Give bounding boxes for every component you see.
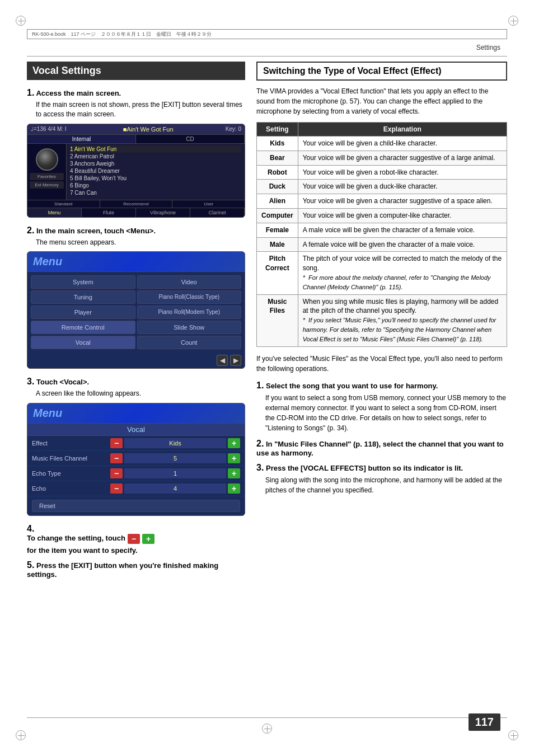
- step-3-body: A screen like the following appears.: [27, 389, 245, 398]
- screen-tab-clarinet[interactable]: Clarinet: [190, 208, 245, 217]
- vocal-plus-effect[interactable]: +: [228, 438, 240, 448]
- corner-mark-br: [508, 730, 518, 740]
- screen-tab-internal[interactable]: Internal: [27, 135, 136, 143]
- song-item-2: 2 American Patrol: [70, 153, 241, 160]
- menu-btn-piano-classic[interactable]: Piano Roll(Classic Type): [137, 290, 242, 304]
- effect-table: Setting Explanation Kids Your voice will…: [256, 122, 507, 347]
- right-step-2-heading: 2. In "Music Files Channel" (p. 118), se…: [256, 439, 507, 457]
- explanation-music-files: When you sing while music files is playi…: [298, 294, 507, 346]
- vocal-reset-button[interactable]: Reset: [32, 500, 240, 512]
- vocal-label-music-files: Music Files Channel: [32, 455, 110, 462]
- screen-tab-flute[interactable]: Flute: [82, 208, 136, 217]
- screen-content-1: Favorites Ext Memory 1 Ain't We Got Fun …: [27, 144, 245, 200]
- menu-nav-right[interactable]: ▶: [230, 355, 241, 366]
- step-3: 3. Touch <Vocal>. A screen like the foll…: [27, 377, 245, 516]
- step-1-heading-text: Access the main screen.: [36, 89, 121, 97]
- pitch-correct-note: * For more about the melody channel, ref…: [303, 274, 491, 290]
- menu-btn-piano-modern[interactable]: Piano Roll(Modern Type): [137, 306, 242, 319]
- vocal-minus-effect[interactable]: −: [110, 438, 123, 448]
- top-rule: [27, 56, 507, 57]
- menu-btn-player[interactable]: Player: [31, 306, 135, 319]
- explanation-pitch-correct: The pitch of your voice will be correcte…: [298, 252, 507, 294]
- screen-bpm: ♩=136 4/4 M: I: [31, 126, 67, 132]
- explanation-kids: Your voice will be given a child-like ch…: [298, 137, 507, 151]
- song-item-3: 3 Anchors Aweigh: [70, 160, 241, 167]
- step-2-heading-text: In the main screen, touch <Menu>.: [36, 227, 156, 235]
- step-4-heading: 4. To change the setting, touch − + for …: [27, 524, 245, 555]
- corner-mark-tl: [16, 16, 26, 26]
- vocal-minus-echo-type[interactable]: −: [110, 468, 123, 478]
- screen-instrument-bar: Menu Flute Vibraphone Clarinet: [27, 208, 245, 217]
- setting-alien: Alien: [257, 194, 298, 209]
- step-2-body: The menu screen appears.: [27, 238, 245, 247]
- vocal-plus-music[interactable]: +: [228, 453, 240, 463]
- explanation-robot: Your voice will be given a robot-like ch…: [298, 165, 507, 180]
- screen-song-list: 1 Ain't We Got Fun 2 American Patrol 3 A…: [67, 144, 245, 200]
- step-3-num: 3.: [27, 377, 34, 386]
- page-number: 117: [469, 713, 500, 731]
- step-4-num: 4.: [27, 524, 34, 533]
- step-2-heading: 2. In the main screen, touch <Menu>.: [27, 226, 245, 236]
- vocal-plus-echo-type[interactable]: +: [228, 468, 240, 478]
- right-step-2-text: In "Music Files Channel" (p. 118), selec…: [256, 440, 504, 457]
- screen-tab-cd[interactable]: CD: [136, 135, 245, 143]
- step-1-num: 1.: [27, 88, 34, 97]
- vocal-value-effect: Kids: [124, 438, 226, 448]
- step-2-num: 2.: [27, 226, 34, 235]
- vocal-plus-echo[interactable]: +: [228, 483, 240, 494]
- screen-tab-menu[interactable]: Menu: [27, 208, 82, 217]
- setting-computer: Computer: [257, 208, 298, 223]
- right-step-1-body: If you want to select a song from USB me…: [256, 393, 507, 433]
- screen-mockup-1: ♩=136 4/4 M: I ■Ain't We Got Fun Key: 0 …: [27, 124, 245, 218]
- content-area: Vocal Settings 1. Access the main screen…: [27, 62, 507, 711]
- explanation-bear: Your voice will be given a character sug…: [298, 151, 507, 165]
- menu-btn-tuning[interactable]: Tuning: [31, 290, 135, 304]
- vocal-value-music: 5: [124, 453, 226, 463]
- vocal-minus-echo[interactable]: −: [110, 483, 123, 494]
- explanation-male: A female voice will be given the charact…: [298, 237, 507, 252]
- vocal-row-echo-type: Echo Type − 1 +: [27, 466, 245, 481]
- menu-nav: ◀ ▶: [27, 353, 245, 368]
- step-4-text-after: for the item you want to specify.: [27, 546, 138, 555]
- explanation-duck: Your voice will be given a duck-like cha…: [298, 180, 507, 194]
- header-bar: RK-500-e.book 117 ページ ２００６年８月１１日 金曜日 午後４…: [27, 29, 507, 39]
- vocal-minus-music[interactable]: −: [110, 453, 123, 463]
- step-5: 5. Press the [EXIT] button when you're f…: [27, 560, 245, 579]
- screen-tabs-1: Internal CD: [27, 135, 245, 144]
- table-row-kids: Kids Your voice will be given a child-li…: [257, 137, 507, 151]
- menu-btn-slideshow[interactable]: Slide Show: [137, 321, 242, 334]
- right-step-3-body: Sing along with the song into the microp…: [256, 475, 507, 495]
- screen-top-bar-1: ♩=136 4/4 M: I ■Ain't We Got Fun Key: 0: [27, 124, 245, 135]
- right-step-2: 2. In "Music Files Channel" (p. 118), se…: [256, 439, 507, 457]
- minus-icon[interactable]: −: [128, 534, 140, 544]
- song-item-1: 1 Ain't We Got Fun: [70, 145, 241, 153]
- menu-btn-remote[interactable]: Remote Control: [31, 321, 135, 334]
- vocal-reset-bar: Reset: [27, 496, 245, 515]
- setting-female: Female: [257, 223, 298, 237]
- vocal-label-echo: Echo: [32, 485, 110, 492]
- right-step-1-text: Select the song that you want to use for…: [266, 382, 438, 390]
- vocal-screen-mockup: Menu Vocal Effect − Kids + Music Files C…: [27, 403, 245, 516]
- table-row-pitch-correct: PitchCorrect The pitch of your voice wil…: [257, 252, 507, 294]
- menu-btn-count[interactable]: Count: [137, 336, 242, 349]
- step-2: 2. In the main screen, touch <Menu>. The…: [27, 226, 245, 369]
- menu-nav-left[interactable]: ◀: [217, 355, 228, 366]
- left-section-title: Vocal Settings: [27, 62, 245, 80]
- setting-duck: Duck: [257, 180, 298, 194]
- bottom-text: If you've selected "Music Files" as the …: [256, 354, 507, 374]
- menu-btn-vocal[interactable]: Vocal: [31, 336, 135, 349]
- song-item-5: 5 Bill Bailey, Won't You: [70, 175, 241, 182]
- song-item-7: 7 Can Can: [70, 189, 241, 196]
- table-header-explanation: Explanation: [298, 123, 507, 137]
- vocal-value-echo-type: 1: [124, 468, 226, 478]
- vocal-value-echo: 4: [124, 483, 226, 494]
- screen-tab-vibraphone[interactable]: Vibraphone: [136, 208, 190, 217]
- menu-btn-system[interactable]: System: [31, 275, 135, 289]
- setting-kids: Kids: [257, 137, 298, 151]
- plus-icon[interactable]: +: [142, 534, 154, 544]
- setting-music-files: MusicFiles: [257, 294, 298, 346]
- bottom-center-mark: [262, 724, 272, 734]
- explanation-alien: Your voice will be given a character sug…: [298, 194, 507, 209]
- menu-btn-video[interactable]: Video: [137, 275, 242, 289]
- right-column: Switching the Type of Vocal Effect (Effe…: [256, 62, 507, 711]
